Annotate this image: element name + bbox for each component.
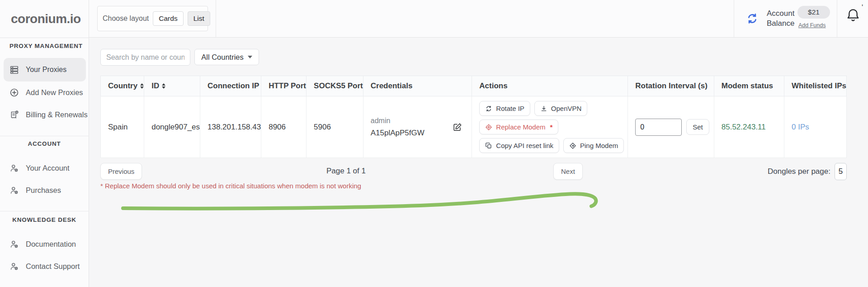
bell-icon[interactable]: [845, 7, 861, 24]
layout-switcher: Choose layout Cards List: [97, 6, 208, 31]
copy-api-reset-link-button[interactable]: Copy API reset link: [479, 138, 559, 153]
column-header-rotation-interval: Rotation Interval (s): [628, 76, 714, 96]
sort-icon[interactable]: [140, 83, 144, 89]
rotate-icon: [485, 105, 492, 112]
user-check-icon: [9, 163, 19, 173]
divider: [0, 136, 89, 136]
next-page-button[interactable]: Next: [553, 163, 583, 180]
cell-rotation-interval: Set: [628, 96, 714, 158]
download-icon: [540, 105, 547, 112]
replace-modem-button[interactable]: Replace Modem *: [479, 120, 558, 134]
modem-status-ip: 85.52.243.11: [722, 123, 766, 131]
section-title-account: ACCOUNT: [0, 140, 89, 147]
set-rotation-button[interactable]: Set: [686, 119, 709, 135]
cell-country: Spain: [101, 96, 144, 158]
openvpn-button[interactable]: OpenVPN: [534, 101, 588, 116]
section-title-proxy-management: PROXY MANAGEMENT: [0, 43, 89, 49]
cell-actions: Rotate IP OpenVPN: [472, 96, 628, 158]
replace-modem-icon: [485, 124, 492, 131]
sidebar-item-label: Your Proxies: [26, 66, 66, 74]
notification-mark: ': [862, 4, 863, 12]
cards-layout-button[interactable]: Cards: [153, 11, 183, 26]
topbar: Choose layout Cards List Account Balance…: [89, 0, 868, 38]
rotate-ip-button[interactable]: Rotate IP: [479, 101, 530, 116]
brand-logo: coronium.io: [11, 12, 81, 26]
sidebar-item-add-new-proxies[interactable]: Add New Proxies: [0, 84, 89, 100]
column-header-country[interactable]: Country: [101, 76, 144, 96]
sidebar-item-label: Documentation: [26, 240, 76, 249]
list-layout-button[interactable]: List: [188, 11, 210, 26]
sidebar-item-purchases[interactable]: Purchases: [0, 182, 89, 198]
cell-whitelisted-ips: 0 IPs: [784, 96, 847, 158]
country-filter-dropdown[interactable]: All Countries: [194, 49, 259, 65]
sidebar-item-billing-renewals[interactable]: Billing & Renewals: [0, 106, 89, 123]
green-highlighter-stroke: [108, 187, 615, 215]
country-filter-value: All Countries: [201, 53, 244, 62]
whitelisted-ips-link[interactable]: 0 IPs: [792, 123, 809, 131]
sidebar-item-documentation[interactable]: Documentation: [0, 236, 89, 252]
column-header-actions: Actions: [472, 76, 628, 96]
table-header-row: Country ID Connection IP HTTP Port SOCKS…: [101, 76, 847, 96]
sidebar-item-label: Purchases: [26, 186, 61, 195]
per-page-label: Dongles per page:: [768, 167, 830, 176]
divider: [0, 211, 89, 211]
column-header-id[interactable]: ID: [144, 76, 200, 96]
edit-icon: [453, 122, 462, 132]
divider: [0, 38, 89, 38]
cell-modem-status: 85.52.243.11: [714, 96, 784, 158]
cell-socks5-port: 5906: [307, 96, 363, 158]
column-header-http-port: HTTP Port: [261, 76, 307, 96]
receipt-icon: [9, 110, 19, 120]
plus-circle-icon: [9, 88, 19, 97]
sidebar-item-label: Add New Proxies: [26, 88, 83, 97]
column-header-credentials: Credentials: [363, 76, 472, 96]
sidebar-item-label: Contact Support: [26, 262, 80, 271]
column-header-socks5-port: SOCKS5 Port: [307, 76, 363, 96]
notifications-cell: ': [837, 0, 868, 38]
balance-refresh-icon[interactable]: [746, 12, 759, 25]
ping-modem-button[interactable]: Ping Modem: [563, 138, 624, 153]
per-page-control: Dongles per page: 5: [768, 163, 847, 180]
server-icon: [9, 65, 19, 75]
credentials-password: A15plApP5fGW: [371, 129, 425, 138]
per-page-select[interactable]: 5: [835, 163, 847, 180]
cell-id: dongle907_es: [144, 96, 200, 158]
sidebar-item-label: Your Account: [26, 164, 70, 172]
table-row: Spain dongle907_es 138.201.158.43 8906 5…: [101, 96, 847, 158]
choose-layout-label: Choose layout: [103, 14, 149, 23]
column-header-modem-status: Modem status: [714, 76, 784, 96]
add-funds-link[interactable]: Add Funds: [798, 22, 826, 29]
column-header-connection-ip: Connection IP: [200, 76, 261, 96]
sidebar-item-your-proxies[interactable]: Your Proxies: [4, 58, 86, 81]
user-check-icon: [9, 262, 19, 271]
user-check-icon: [9, 239, 19, 249]
account-balance-label: Account Balance: [767, 9, 794, 29]
cell-http-port: 8906: [261, 96, 307, 158]
ping-icon: [569, 142, 576, 149]
copy-icon: [485, 142, 492, 149]
balance-amount-badge: $21: [797, 6, 830, 19]
cell-credentials: admin A15plApP5fGW: [363, 96, 472, 158]
section-title-knowledge-desk: KNOWLEDGE DESK: [0, 216, 89, 223]
edit-credentials-button[interactable]: [452, 121, 463, 133]
caret-down-icon: [248, 56, 252, 58]
sidebar-item-contact-support[interactable]: Contact Support: [0, 258, 89, 274]
critical-flag: *: [550, 123, 553, 131]
column-header-whitelisted-ips: Whitelisted IPs: [784, 76, 847, 96]
cell-connection-ip: 138.201.158.43: [200, 96, 261, 158]
search-input[interactable]: [100, 49, 190, 66]
sidebar-item-your-account[interactable]: Your Account: [0, 160, 89, 176]
previous-page-button[interactable]: Previous: [100, 163, 142, 180]
page-indicator: Page 1 of 1: [326, 167, 366, 176]
sidebar-item-label: Billing & Renewals: [26, 110, 88, 119]
rotation-interval-input[interactable]: [635, 119, 682, 136]
sort-icon[interactable]: [162, 83, 165, 89]
account-balance-section: Account Balance $21 Add Funds: [734, 0, 837, 38]
sidebar: coronium.io PROXY MANAGEMENT Your Proxie…: [0, 0, 89, 287]
layout-switcher-cell: Choose layout Cards List: [89, 0, 216, 38]
user-check-icon: [9, 186, 19, 195]
credentials-username: admin: [371, 117, 425, 125]
proxies-table: Country ID Connection IP HTTP Port SOCKS…: [100, 76, 847, 158]
